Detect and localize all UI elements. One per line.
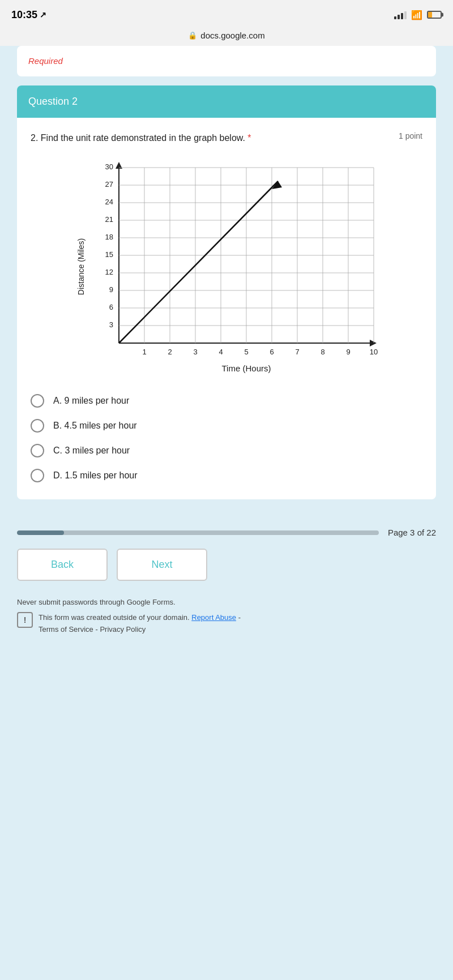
radio-label-b: B. 4.5 miles per hour <box>53 421 137 431</box>
radio-label-d: D. 1.5 miles per hour <box>53 470 138 481</box>
footer-warning-text: Never submit passwords through Google Fo… <box>17 598 436 606</box>
status-bar: 10:35 ↗ 📶 <box>0 0 453 27</box>
wifi-icon: 📶 <box>411 10 422 20</box>
svg-text:10: 10 <box>370 348 378 356</box>
url-text: docs.google.com <box>200 31 264 40</box>
nav-buttons: Back Next <box>0 543 453 592</box>
svg-text:5: 5 <box>244 348 248 356</box>
graph-container: Distance (Miles) <box>31 156 422 383</box>
svg-line-46 <box>119 181 278 343</box>
svg-text:18: 18 <box>105 233 113 241</box>
svg-text:15: 15 <box>105 250 113 259</box>
svg-text:9: 9 <box>346 348 350 356</box>
url-bar: 🔒 docs.google.com <box>0 27 453 46</box>
svg-text:12: 12 <box>105 268 113 276</box>
svg-text:7: 7 <box>295 348 299 356</box>
page-indicator: Page 3 of 22 <box>388 528 436 537</box>
question-card: Question 2 2. Find the unit rate demonst… <box>17 85 436 499</box>
next-button[interactable]: Next <box>117 549 207 581</box>
footer: Never submit passwords through Google Fo… <box>0 592 453 639</box>
svg-text:3: 3 <box>109 320 113 329</box>
pagination-row: Page 3 of 22 <box>0 522 453 543</box>
battery-icon <box>427 11 442 19</box>
radio-circle-b[interactable] <box>31 419 44 433</box>
svg-text:27: 27 <box>105 180 113 189</box>
required-hint-box: Required <box>17 46 436 76</box>
radio-circle-d[interactable] <box>31 469 44 482</box>
svg-text:9: 9 <box>109 285 113 294</box>
graph-svg: Distance (Miles) <box>74 156 379 383</box>
radio-option-c[interactable]: C. 3 miles per hour <box>31 444 422 457</box>
svg-text:6: 6 <box>270 348 273 356</box>
radio-option-a[interactable]: A. 9 miles per hour <box>31 394 422 408</box>
svg-text:21: 21 <box>105 215 113 224</box>
svg-text:1: 1 <box>142 348 146 356</box>
svg-text:Distance (Miles): Distance (Miles) <box>76 238 86 295</box>
terms-text: Terms of Service <box>39 625 93 634</box>
svg-text:30: 30 <box>105 162 113 171</box>
svg-text:24: 24 <box>105 198 113 206</box>
question-points: 1 point <box>399 131 422 140</box>
status-icons: 📶 <box>394 10 442 20</box>
question-header-title: Question 2 <box>28 96 78 107</box>
status-time: 10:35 ↗ <box>11 9 46 21</box>
navigate-icon: ↗ <box>40 10 46 19</box>
svg-text:3: 3 <box>193 348 197 356</box>
svg-text:2: 2 <box>168 348 172 356</box>
back-button[interactable]: Back <box>17 549 108 581</box>
radio-option-b[interactable]: B. 4.5 miles per hour <box>31 419 422 433</box>
svg-text:Time (Hours): Time (Hours) <box>222 363 271 373</box>
progress-bar-fill <box>17 530 64 535</box>
radio-options: A. 9 miles per hour B. 4.5 miles per hou… <box>31 394 422 482</box>
page-content: Required Question 2 2. Find the unit rat… <box>0 46 453 522</box>
svg-text:4: 4 <box>219 348 223 356</box>
question-header: Question 2 <box>17 85 436 118</box>
footer-info-text: This form was created outside of your do… <box>39 613 190 622</box>
svg-marker-4 <box>370 340 377 346</box>
svg-text:8: 8 <box>320 348 324 356</box>
required-star: * <box>247 133 251 143</box>
radio-label-c: C. 3 miles per hour <box>53 446 130 456</box>
required-hint-text: Required <box>28 56 63 66</box>
radio-circle-a[interactable] <box>31 394 44 408</box>
exclamation-icon: ! <box>17 612 33 628</box>
signal-icon <box>394 10 407 19</box>
question-body: 2. Find the unit rate demonstrated in th… <box>17 118 436 499</box>
question-text: 2. Find the unit rate demonstrated in th… <box>31 131 390 145</box>
privacy-text: Privacy Policy <box>100 625 146 634</box>
footer-links: This form was created outside of your do… <box>39 612 241 636</box>
time-display: 10:35 <box>11 9 37 21</box>
question-text-row: 2. Find the unit rate demonstrated in th… <box>31 131 422 145</box>
question-number: 2. <box>31 133 38 143</box>
question-main-text: Find the unit rate demonstrated in the g… <box>41 133 248 143</box>
svg-text:6: 6 <box>109 303 113 311</box>
progress-bar <box>17 530 379 535</box>
radio-option-d[interactable]: D. 1.5 miles per hour <box>31 469 422 482</box>
lock-icon: 🔒 <box>188 31 197 40</box>
report-abuse-link[interactable]: Report Abuse <box>191 613 236 622</box>
footer-info-row: ! This form was created outside of your … <box>17 612 436 636</box>
radio-circle-c[interactable] <box>31 444 44 457</box>
radio-label-a: A. 9 miles per hour <box>53 396 129 406</box>
